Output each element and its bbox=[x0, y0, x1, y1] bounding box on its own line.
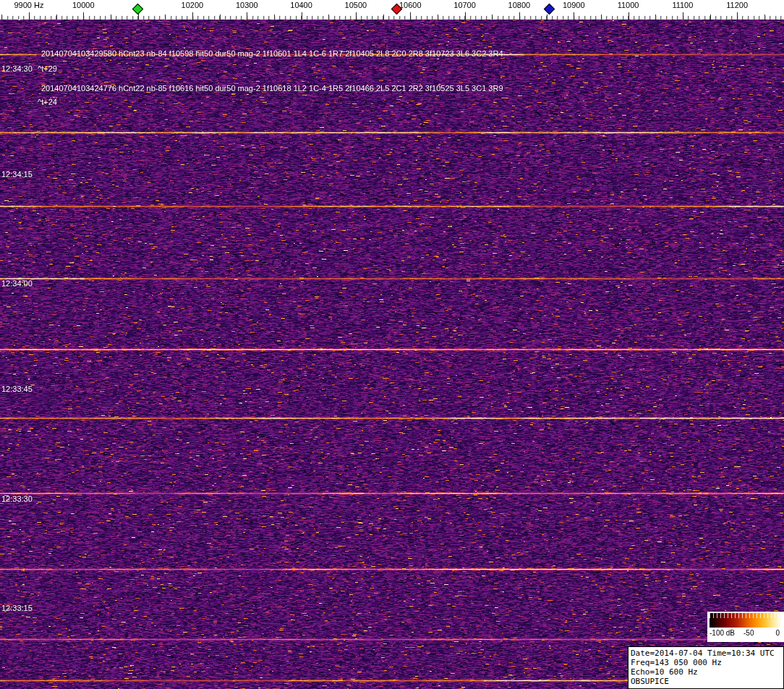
freq-scale-label: 10400 bbox=[290, 1, 312, 9]
freq-scale-label: 10900 bbox=[563, 1, 585, 9]
freq-medium-tick bbox=[655, 14, 656, 20]
freq-major-tick bbox=[302, 12, 302, 20]
legend-label-max: 0 bbox=[775, 629, 780, 637]
freq-scale-label: 11100 bbox=[672, 1, 693, 9]
freq-major-tick bbox=[410, 12, 411, 20]
info-date-line: Date=2014-07-04 Time=10:34 UTC bbox=[631, 649, 781, 658]
freq-marker-blue-icon[interactable] bbox=[544, 4, 555, 15]
freq-scale-label: 10200 bbox=[182, 1, 204, 9]
freq-major-tick bbox=[519, 12, 520, 20]
info-freq-line: Freq=143 050 000 Hz bbox=[631, 658, 781, 667]
freq-medium-tick bbox=[220, 14, 221, 20]
freq-medium-tick bbox=[274, 14, 275, 20]
frequency-scale-minor-ticks bbox=[0, 16, 784, 20]
freq-medium-tick bbox=[111, 14, 111, 20]
freq-scale-label: 10800 bbox=[508, 1, 531, 9]
info-station-line: OBSUPICE bbox=[631, 677, 781, 686]
freq-medium-tick bbox=[547, 14, 547, 20]
freq-major-tick bbox=[574, 12, 574, 20]
legend-labels: -100 dB -50 0 bbox=[709, 628, 783, 638]
freq-scale-label: 10000 bbox=[72, 1, 95, 9]
intensity-legend: -100 dB -50 0 bbox=[707, 612, 784, 642]
freq-scale-label: 10500 bbox=[345, 1, 367, 9]
info-box: Date=2014-07-04 Time=10:34 UTC Freq=143 … bbox=[628, 646, 784, 689]
freq-medium-tick bbox=[1, 14, 2, 20]
freq-scale-label: 11200 bbox=[726, 1, 748, 9]
freq-major-tick bbox=[192, 12, 193, 20]
freq-major-tick bbox=[629, 12, 629, 20]
freq-major-tick bbox=[737, 12, 738, 20]
freq-major-tick bbox=[247, 12, 247, 20]
frequency-scale: 9900 Hz100001020010300104001050010600107… bbox=[0, 0, 784, 20]
freq-medium-tick bbox=[165, 14, 166, 20]
freq-medium-tick bbox=[383, 14, 384, 20]
legend-label-mid: -50 bbox=[743, 629, 754, 637]
intensity-gradient-bar bbox=[710, 613, 782, 628]
freq-major-tick bbox=[83, 12, 84, 20]
freq-scale-label: 11000 bbox=[618, 1, 639, 9]
freq-major-tick bbox=[465, 12, 466, 20]
info-echo-line: Echo=10 600 Hz bbox=[631, 667, 781, 677]
freq-medium-tick bbox=[438, 14, 438, 20]
freq-major-tick bbox=[683, 12, 683, 20]
freq-medium-tick bbox=[492, 14, 493, 20]
freq-major-tick bbox=[29, 12, 30, 20]
freq-medium-tick bbox=[601, 14, 602, 20]
freq-medium-tick bbox=[56, 14, 57, 20]
freq-medium-tick bbox=[764, 14, 765, 20]
legend-label-min: -100 dB bbox=[710, 629, 735, 637]
freq-medium-tick bbox=[710, 14, 711, 20]
spectrogram-screen: 9900 Hz100001020010300104001050010600107… bbox=[0, 0, 784, 689]
freq-major-tick bbox=[356, 12, 357, 20]
legend-ticks bbox=[710, 613, 782, 618]
freq-scale-label: 9900 Hz bbox=[14, 1, 43, 9]
freq-marker-green-icon[interactable] bbox=[132, 4, 144, 15]
freq-scale-label: 10600 bbox=[399, 1, 422, 9]
freq-scale-label: 10700 bbox=[453, 1, 476, 9]
freq-medium-tick bbox=[328, 14, 329, 20]
freq-scale-label: 10300 bbox=[236, 1, 258, 9]
waterfall-canvas bbox=[0, 20, 784, 689]
